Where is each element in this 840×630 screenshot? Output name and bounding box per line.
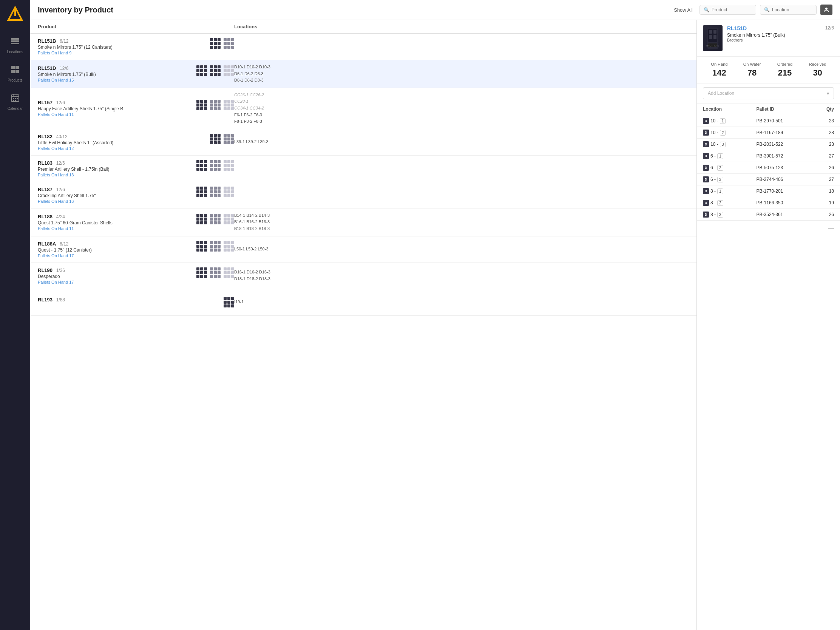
table-row[interactable]: RL187 12/6 Crackling Artillery Shell 1.7…	[30, 182, 696, 208]
location-table-row[interactable]: D 6 - 2 PB-5075-12326	[697, 162, 840, 174]
location-search-box[interactable]: 🔍	[760, 5, 816, 15]
user-icon	[823, 7, 829, 13]
location-cell: D 10 - 1	[697, 115, 750, 127]
location-table-row[interactable]: D 10 - 2 PB-1167-18928	[697, 127, 840, 139]
col-location: Location	[697, 104, 750, 115]
product-text: RL193 1/88	[38, 297, 219, 303]
pallet-grids	[196, 214, 234, 224]
pallets-link[interactable]: Pallets On Hand 16	[38, 199, 192, 204]
table-row[interactable]: RL182 40/12 Little Evil Holiday Shells 1…	[30, 129, 696, 156]
product-name: Little Evil Holiday Shells 1" (Assorted)	[38, 140, 205, 145]
table-row[interactable]: RL157 12/6 Happy Face Artillery Shells 1…	[30, 88, 696, 129]
on-water-value: 78	[736, 68, 769, 78]
grid-icon-dark	[210, 38, 221, 49]
pallet-grids	[196, 65, 234, 76]
qty-cell: 23	[810, 139, 840, 150]
on-hand-value: 142	[703, 68, 736, 78]
header: Inventory by Product Show All 🔍 🔍	[30, 0, 840, 20]
grid-icon-med	[224, 134, 234, 144]
sidebar-products-label: Products	[8, 78, 22, 82]
product-ratio: 12/6	[56, 187, 65, 192]
pallets-link[interactable]: Pallets On Hand 15	[38, 78, 192, 82]
grid-icon-med	[224, 38, 234, 49]
product-info: RL151B 6/12 Smoke n Mirrors 1.75" (12 Ca…	[38, 38, 234, 55]
sidebar-item-locations[interactable]: Locations	[0, 31, 30, 59]
product-ratio: 12/6	[60, 66, 68, 71]
grid-icon-light	[224, 100, 234, 110]
svg-rect-15	[17, 98, 18, 99]
location-cell: D 8 - 2	[697, 197, 750, 209]
pallets-link[interactable]: Pallets On Hand 9	[38, 51, 205, 55]
product-ratio: 6/12	[60, 38, 68, 44]
pallets-link[interactable]: Pallets On Hand 11	[38, 112, 192, 117]
grid-icon-light	[224, 65, 234, 76]
user-icon-button[interactable]	[820, 5, 832, 15]
locations-cell: B14-1 B14-2 B14-3B16-1 B16-2 B16-3B18-1 …	[234, 212, 689, 232]
table-row[interactable]: RL188 4/24 Quest 1.75" 60-Gram Canister …	[30, 208, 696, 237]
product-search-input[interactable]	[712, 7, 752, 13]
pallets-link[interactable]: Pallets On Hand 11	[38, 226, 192, 231]
loc-prefix: D	[703, 153, 709, 159]
pallets-link[interactable]: Pallets On Hand 17	[38, 253, 192, 258]
grid-icon-dark	[210, 134, 221, 144]
pallet-cell: PB-1770-201	[750, 185, 810, 197]
grid-icon-dark	[196, 214, 207, 224]
loc-badge: D 6 - 3	[703, 176, 723, 182]
loc-prefix: D	[703, 200, 709, 206]
product-code: RL188	[38, 214, 52, 219]
qty-cell: 26	[810, 162, 840, 174]
location-cell: D 10 - 2	[697, 127, 750, 139]
sidebar-item-calendar[interactable]: Calendar	[0, 88, 30, 116]
stat-ordered: Ordered 215	[769, 62, 802, 78]
pallets-link[interactable]: Pallets On Hand 12	[38, 146, 205, 151]
product-text: RL183 12/6 Premier Artillery Shell - 1.7…	[38, 160, 192, 177]
table-row[interactable]: RL151B 6/12 Smoke n Mirrors 1.75" (12 Ca…	[30, 34, 696, 60]
grid-icon-dark	[196, 241, 207, 251]
qty-cell: 28	[810, 127, 840, 139]
add-location-select[interactable]: Add Location	[703, 87, 834, 99]
table-row[interactable]: RL190 1/36 Desperado Pallets On Hand 17	[30, 263, 696, 289]
loc-sub: 3	[720, 142, 726, 147]
svg-rect-21	[709, 30, 712, 34]
product-search-icon: 🔍	[704, 7, 709, 13]
product-ratio: 1/36	[56, 268, 65, 273]
table-row[interactable]: RL188A 6/12 Quest - 1.75" (12 Canister) …	[30, 237, 696, 263]
show-all-button[interactable]: Show All	[671, 6, 696, 14]
location-table-row[interactable]: D 10 - 3 PB-2031-52223	[697, 139, 840, 150]
product-search-box[interactable]: 🔍	[699, 5, 756, 15]
product-text: RL151D 12/6 Smoke n Mirrors 1.75" (Bulk)…	[38, 65, 192, 82]
qty-cell: 27	[810, 174, 840, 185]
product-code: RL157	[38, 100, 52, 105]
locations-cell: CC26-1 CC26-2 CC28-1 CC34-1 CC34-2 F6-1 …	[234, 92, 689, 125]
location-table-row[interactable]: D 6 - 3 PB-2744-40627	[697, 174, 840, 185]
app-logo[interactable]	[6, 5, 25, 24]
svg-rect-4	[11, 43, 19, 44]
product-code: RL183	[38, 160, 52, 166]
location-search-input[interactable]	[772, 7, 812, 13]
stat-on-water: On Water 78	[736, 62, 769, 78]
location-table-row[interactable]: D 6 - 1 PB-3901-57227	[697, 150, 840, 162]
pallet-grids	[196, 186, 234, 197]
product-info: RL151D 12/6 Smoke n Mirrors 1.75" (Bulk)…	[38, 65, 234, 82]
location-table-row[interactable]: D 8 - 1 PB-1770-20118	[697, 185, 840, 197]
add-location-bar: Add Location	[697, 84, 840, 104]
product-code: RL190	[38, 267, 52, 273]
product-detail-header: BROTHERS RL151D 12/6 Smoke n Mirrors 1.7…	[697, 20, 840, 57]
location-table-row[interactable]: D 10 - 1 PB-2970-50123	[697, 115, 840, 127]
pallets-link[interactable]: Pallets On Hand 17	[38, 280, 192, 284]
sidebar-item-products[interactable]: Products	[0, 59, 30, 88]
table-row[interactable]: RL151D 12/6 Smoke n Mirrors 1.75" (Bulk)…	[30, 60, 696, 88]
grid-icon-light	[224, 214, 234, 224]
sidebar: Locations Products	[0, 0, 30, 630]
product-text: RL190 1/36 Desperado Pallets On Hand 17	[38, 267, 192, 284]
stat-received: Received 30	[801, 62, 834, 78]
locations-cell: I19-1	[234, 299, 689, 306]
pallets-link[interactable]: Pallets On Hand 13	[38, 173, 192, 177]
svg-rect-5	[11, 66, 15, 69]
loc-badge: D 6 - 2	[703, 165, 723, 171]
location-table-row[interactable]: D 8 - 3 PB-3524-36126	[697, 209, 840, 221]
location-table-row[interactable]: D 8 - 2 PB-1166-35019	[697, 197, 840, 209]
table-row[interactable]: RL193 1/88 I19-1	[30, 289, 696, 316]
grid-icon-light	[224, 241, 234, 251]
table-row[interactable]: RL183 12/6 Premier Artillery Shell - 1.7…	[30, 156, 696, 182]
